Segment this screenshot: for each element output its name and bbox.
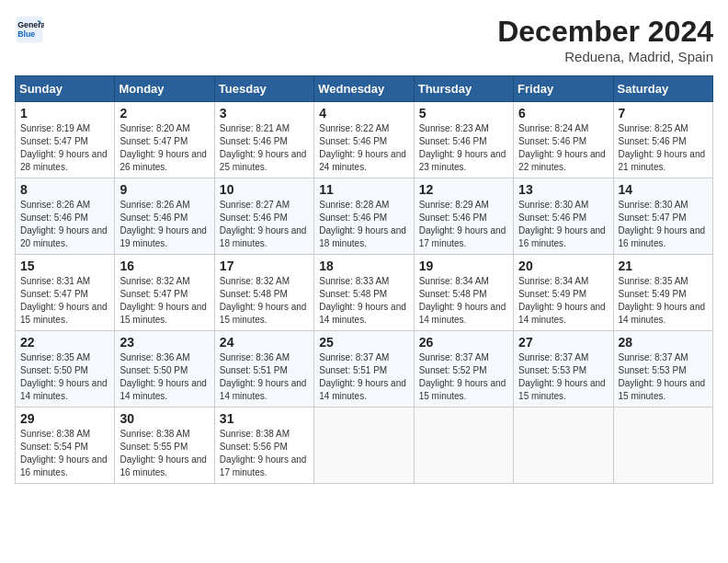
location: Reduena, Madrid, Spain — [497, 49, 713, 64]
calendar-cell: 8Sunrise: 8:26 AMSunset: 5:46 PMDaylight… — [16, 178, 115, 255]
day-info: Sunrise: 8:34 AMSunset: 5:49 PMDaylight:… — [518, 275, 608, 327]
day-number: 31 — [220, 411, 309, 426]
day-number: 6 — [518, 106, 608, 121]
calendar-cell: 10Sunrise: 8:27 AMSunset: 5:46 PMDayligh… — [214, 178, 313, 255]
title-block: December 2024 Reduena, Madrid, Spain — [497, 15, 713, 64]
calendar-cell: 3Sunrise: 8:21 AMSunset: 5:46 PMDaylight… — [214, 102, 313, 178]
calendar-cell: 28Sunrise: 8:37 AMSunset: 5:53 PMDayligh… — [613, 331, 712, 408]
day-info: Sunrise: 8:21 AMSunset: 5:46 PMDaylight:… — [220, 122, 309, 174]
day-info: Sunrise: 8:24 AMSunset: 5:46 PMDaylight:… — [518, 122, 608, 174]
calendar-cell: 30Sunrise: 8:38 AMSunset: 5:55 PMDayligh… — [115, 408, 214, 484]
day-number: 26 — [419, 335, 508, 350]
calendar-week: 22Sunrise: 8:35 AMSunset: 5:50 PMDayligh… — [16, 331, 713, 408]
day-info: Sunrise: 8:30 AMSunset: 5:47 PMDaylight:… — [619, 199, 708, 250]
day-number: 17 — [220, 259, 309, 273]
day-number: 1 — [20, 106, 109, 121]
day-number: 16 — [119, 259, 209, 273]
day-number: 25 — [319, 335, 408, 350]
calendar-cell: 23Sunrise: 8:36 AMSunset: 5:50 PMDayligh… — [115, 331, 214, 408]
month-title: December 2024 — [497, 15, 713, 49]
calendar-cell — [414, 408, 513, 484]
day-info: Sunrise: 8:38 AMSunset: 5:56 PMDaylight:… — [220, 428, 309, 479]
calendar-cell: 22Sunrise: 8:35 AMSunset: 5:50 PMDayligh… — [16, 331, 115, 408]
day-info: Sunrise: 8:33 AMSunset: 5:48 PMDaylight:… — [319, 275, 408, 327]
calendar-cell — [314, 408, 414, 484]
calendar-cell: 13Sunrise: 8:30 AMSunset: 5:46 PMDayligh… — [514, 178, 613, 255]
day-number: 23 — [119, 335, 209, 350]
calendar-cell: 20Sunrise: 8:34 AMSunset: 5:49 PMDayligh… — [514, 255, 613, 331]
day-info: Sunrise: 8:34 AMSunset: 5:48 PMDaylight:… — [419, 275, 508, 327]
calendar-cell: 25Sunrise: 8:37 AMSunset: 5:51 PMDayligh… — [314, 331, 414, 408]
calendar-week: 29Sunrise: 8:38 AMSunset: 5:54 PMDayligh… — [16, 408, 713, 484]
day-number: 30 — [119, 411, 209, 426]
day-info: Sunrise: 8:35 AMSunset: 5:50 PMDaylight:… — [20, 351, 109, 403]
calendar-cell: 11Sunrise: 8:28 AMSunset: 5:46 PMDayligh… — [314, 178, 414, 255]
day-info: Sunrise: 8:19 AMSunset: 5:47 PMDaylight:… — [20, 122, 109, 174]
calendar-cell: 16Sunrise: 8:32 AMSunset: 5:47 PMDayligh… — [115, 255, 214, 331]
weekday-header: Friday — [514, 76, 613, 102]
calendar-cell — [613, 408, 712, 484]
day-number: 27 — [518, 335, 608, 350]
day-info: Sunrise: 8:37 AMSunset: 5:51 PMDaylight:… — [319, 351, 408, 403]
calendar-cell: 27Sunrise: 8:37 AMSunset: 5:53 PMDayligh… — [514, 331, 613, 408]
calendar-cell: 21Sunrise: 8:35 AMSunset: 5:49 PMDayligh… — [613, 255, 712, 331]
calendar-cell: 18Sunrise: 8:33 AMSunset: 5:48 PMDayligh… — [314, 255, 414, 331]
day-number: 13 — [518, 182, 608, 197]
calendar-week: 1Sunrise: 8:19 AMSunset: 5:47 PMDaylight… — [16, 102, 713, 178]
day-info: Sunrise: 8:20 AMSunset: 5:47 PMDaylight:… — [119, 122, 209, 174]
calendar-cell: 2Sunrise: 8:20 AMSunset: 5:47 PMDaylight… — [115, 102, 214, 178]
day-number: 29 — [20, 411, 109, 426]
calendar-cell: 5Sunrise: 8:23 AMSunset: 5:46 PMDaylight… — [414, 102, 513, 178]
weekday-header: Tuesday — [214, 76, 313, 102]
day-number: 21 — [619, 259, 708, 273]
day-info: Sunrise: 8:27 AMSunset: 5:46 PMDaylight:… — [220, 199, 309, 250]
day-number: 15 — [20, 259, 109, 273]
day-info: Sunrise: 8:29 AMSunset: 5:46 PMDaylight:… — [419, 199, 508, 250]
day-info: Sunrise: 8:36 AMSunset: 5:50 PMDaylight:… — [119, 351, 209, 403]
day-number: 20 — [518, 259, 608, 273]
calendar-cell: 19Sunrise: 8:34 AMSunset: 5:48 PMDayligh… — [414, 255, 513, 331]
day-info: Sunrise: 8:37 AMSunset: 5:53 PMDaylight:… — [619, 351, 708, 403]
day-info: Sunrise: 8:35 AMSunset: 5:49 PMDaylight:… — [619, 275, 708, 327]
calendar-cell: 7Sunrise: 8:25 AMSunset: 5:46 PMDaylight… — [613, 102, 712, 178]
weekday-header: Saturday — [613, 76, 712, 102]
day-info: Sunrise: 8:31 AMSunset: 5:47 PMDaylight:… — [20, 275, 109, 327]
day-number: 14 — [619, 182, 708, 197]
calendar-cell: 1Sunrise: 8:19 AMSunset: 5:47 PMDaylight… — [16, 102, 115, 178]
calendar-cell: 24Sunrise: 8:36 AMSunset: 5:51 PMDayligh… — [214, 331, 313, 408]
calendar-cell: 14Sunrise: 8:30 AMSunset: 5:47 PMDayligh… — [613, 178, 712, 255]
calendar-cell: 17Sunrise: 8:32 AMSunset: 5:48 PMDayligh… — [214, 255, 313, 331]
day-number: 2 — [119, 106, 209, 121]
calendar-cell: 4Sunrise: 8:22 AMSunset: 5:46 PMDaylight… — [314, 102, 414, 178]
calendar-cell — [514, 408, 613, 484]
day-number: 9 — [119, 182, 209, 197]
calendar-cell: 31Sunrise: 8:38 AMSunset: 5:56 PMDayligh… — [214, 408, 313, 484]
day-number: 11 — [319, 182, 408, 197]
calendar-cell: 15Sunrise: 8:31 AMSunset: 5:47 PMDayligh… — [16, 255, 115, 331]
day-number: 19 — [419, 259, 508, 273]
calendar-cell: 26Sunrise: 8:37 AMSunset: 5:52 PMDayligh… — [414, 331, 513, 408]
calendar-cell: 6Sunrise: 8:24 AMSunset: 5:46 PMDaylight… — [514, 102, 613, 178]
day-info: Sunrise: 8:38 AMSunset: 5:55 PMDaylight:… — [119, 428, 209, 479]
day-number: 12 — [419, 182, 508, 197]
calendar-cell: 9Sunrise: 8:26 AMSunset: 5:46 PMDaylight… — [115, 178, 214, 255]
day-number: 8 — [20, 182, 109, 197]
weekday-header: Wednesday — [314, 76, 414, 102]
weekday-header: Monday — [115, 76, 214, 102]
day-number: 18 — [319, 259, 408, 273]
logo: General Blue — [15, 15, 44, 44]
page-header: General Blue December 2024 Reduena, Madr… — [15, 15, 713, 64]
day-info: Sunrise: 8:22 AMSunset: 5:46 PMDaylight:… — [319, 122, 408, 174]
day-number: 4 — [319, 106, 408, 121]
day-info: Sunrise: 8:30 AMSunset: 5:46 PMDaylight:… — [518, 199, 608, 250]
day-info: Sunrise: 8:37 AMSunset: 5:53 PMDaylight:… — [518, 351, 608, 403]
day-number: 28 — [619, 335, 708, 350]
day-number: 7 — [619, 106, 708, 121]
day-number: 22 — [20, 335, 109, 350]
weekday-header: Thursday — [414, 76, 513, 102]
day-info: Sunrise: 8:26 AMSunset: 5:46 PMDaylight:… — [20, 199, 109, 250]
day-info: Sunrise: 8:38 AMSunset: 5:54 PMDaylight:… — [20, 428, 109, 479]
svg-text:Blue: Blue — [17, 29, 35, 39]
calendar-week: 8Sunrise: 8:26 AMSunset: 5:46 PMDaylight… — [16, 178, 713, 255]
day-number: 5 — [419, 106, 508, 121]
